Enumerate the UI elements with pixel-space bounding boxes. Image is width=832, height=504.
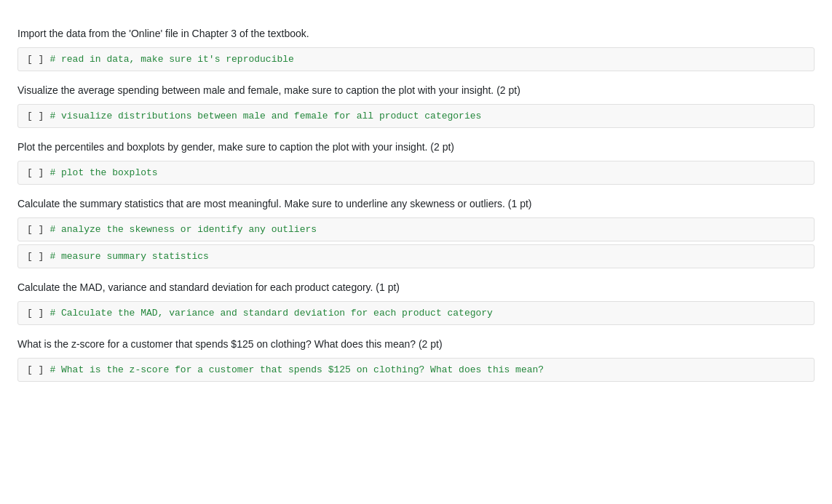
cell-bracket: [ ]	[27, 364, 44, 375]
notebook-content: Import the data from the 'Online' file i…	[17, 26, 815, 382]
cell-bracket: [ ]	[27, 54, 44, 65]
cell-bracket: [ ]	[27, 167, 44, 178]
cell-code[interactable]: # What is the z-score for a customer tha…	[49, 364, 544, 375]
cell-code[interactable]: # plot the boxplots	[49, 167, 157, 178]
code-cell-zscore-0[interactable]: [ ]# What is the z-score for a customer …	[17, 358, 815, 382]
section-percentiles-boxplots: Plot the percentiles and boxplots by gen…	[17, 140, 815, 185]
code-cell-summary-stats-1[interactable]: [ ]# measure summary statistics	[17, 244, 815, 268]
code-cell-summary-stats-0[interactable]: [ ]# analyze the skewness or identify an…	[17, 217, 815, 241]
cell-bracket: [ ]	[27, 308, 44, 319]
cell-code[interactable]: # measure summary statistics	[49, 251, 208, 262]
instruction-mad-variance: Calculate the MAD, variance and standard…	[17, 280, 815, 295]
cell-bracket: [ ]	[27, 224, 44, 235]
code-cell-mad-variance-0[interactable]: [ ]# Calculate the MAD, variance and sta…	[17, 301, 815, 325]
instruction-import: Import the data from the 'Online' file i…	[17, 26, 815, 41]
cell-code[interactable]: # Calculate the MAD, variance and standa…	[49, 308, 493, 319]
section-import: Import the data from the 'Online' file i…	[17, 26, 815, 71]
cell-bracket: [ ]	[27, 111, 44, 121]
instruction-visualize-avg: Visualize the average spending between m…	[17, 83, 815, 98]
section-summary-stats: Calculate the summary statistics that ar…	[17, 196, 815, 268]
instruction-percentiles-boxplots: Plot the percentiles and boxplots by gen…	[17, 140, 815, 155]
instruction-zscore: What is the z-score for a customer that …	[17, 337, 815, 352]
section-zscore: What is the z-score for a customer that …	[17, 337, 815, 382]
cell-code[interactable]: # visualize distributions between male a…	[49, 111, 481, 121]
section-mad-variance: Calculate the MAD, variance and standard…	[17, 280, 815, 325]
cell-bracket: [ ]	[27, 251, 44, 262]
code-cell-percentiles-boxplots-0[interactable]: [ ]# plot the boxplots	[17, 161, 815, 185]
section-visualize-avg: Visualize the average spending between m…	[17, 83, 815, 128]
cell-code[interactable]: # read in data, make sure it's reproduci…	[49, 54, 293, 65]
instruction-summary-stats: Calculate the summary statistics that ar…	[17, 196, 815, 212]
code-cell-visualize-avg-0[interactable]: [ ]# visualize distributions between mal…	[17, 104, 815, 128]
cell-code[interactable]: # analyze the skewness or identify any o…	[49, 224, 317, 235]
code-cell-import-0[interactable]: [ ]# read in data, make sure it's reprod…	[17, 47, 815, 71]
